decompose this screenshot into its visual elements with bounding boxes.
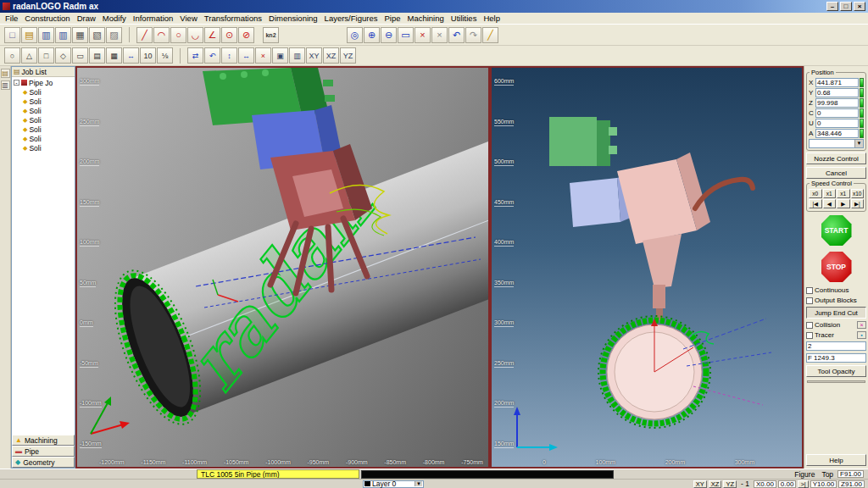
zoom-previous-icon[interactable]: × bbox=[431, 27, 448, 43]
axis-value-field[interactable]: 348.446 bbox=[815, 129, 859, 138]
print-preview-icon[interactable]: ▧ bbox=[89, 27, 105, 43]
tracer-checkbox[interactable] bbox=[806, 332, 813, 339]
zoom-extents-icon[interactable]: × bbox=[415, 27, 431, 43]
axis-value-field[interactable]: 0.68 bbox=[815, 88, 859, 97]
redo-icon[interactable]: ↷ bbox=[465, 27, 481, 43]
report-panel-icon[interactable]: ▥ bbox=[1, 80, 10, 90]
axis-value-field[interactable]: 441.871 bbox=[815, 78, 859, 87]
tracer-checkbox-row[interactable]: Tracer ▪ bbox=[806, 330, 866, 340]
line-tool-icon[interactable]: ╱ bbox=[136, 27, 153, 43]
menu-item[interactable]: Modify bbox=[99, 14, 130, 23]
minimize-button[interactable]: – bbox=[826, 2, 838, 11]
axis-value-field[interactable]: 0 bbox=[815, 108, 859, 118]
arc-lower-tool-icon[interactable]: ◡ bbox=[187, 27, 203, 43]
screen-dump-icon[interactable]: ▨ bbox=[106, 27, 122, 43]
point-tool-icon[interactable]: ⊙ bbox=[221, 27, 237, 43]
jump-end-cut-button[interactable]: Jump End Cut bbox=[806, 307, 866, 319]
tree-solid-row[interactable]: ◆ Soli bbox=[12, 134, 75, 143]
top-view-label[interactable]: Top bbox=[821, 470, 833, 479]
plane-xz-icon[interactable]: XZ bbox=[323, 47, 339, 64]
menu-item[interactable]: Information bbox=[130, 14, 177, 23]
viewport-3d-end-view[interactable]: 600mm550mm500mm450mm400mm350mm300mm250mm… bbox=[490, 66, 804, 469]
nozzle-control-button[interactable]: Nozzle Control bbox=[806, 152, 866, 164]
continuous-checkbox-row[interactable]: Continuous bbox=[806, 286, 866, 295]
dim-10-icon[interactable]: 10 bbox=[140, 47, 156, 64]
new-file-icon[interactable]: □ bbox=[4, 27, 20, 43]
arc-tool-icon[interactable]: ◠ bbox=[153, 27, 170, 43]
print-icon[interactable]: ▦ bbox=[72, 27, 88, 43]
circle-shape-icon[interactable]: ○ bbox=[4, 47, 20, 64]
nc-code-icon[interactable]: kn2 bbox=[263, 27, 279, 43]
undo-icon[interactable]: ↶ bbox=[448, 27, 465, 43]
menu-item[interactable]: Pipe bbox=[381, 14, 403, 23]
plane-button[interactable]: YZ bbox=[723, 480, 737, 488]
circle-tool-icon[interactable]: ○ bbox=[170, 27, 186, 43]
rectangle-shape-icon[interactable]: □ bbox=[38, 47, 54, 64]
collision-checkbox-row[interactable]: Collision × bbox=[806, 320, 866, 330]
diamond-shape-icon[interactable]: ◇ bbox=[55, 47, 71, 64]
save-icon[interactable]: ▥ bbox=[38, 27, 54, 43]
figure-view-label[interactable]: Figure bbox=[794, 470, 815, 479]
mesh-icon[interactable]: ▦ bbox=[106, 47, 122, 64]
mirror-icon[interactable]: ⇄ bbox=[187, 47, 203, 64]
viewport-3d-main[interactable]: radan bbox=[75, 66, 490, 469]
step-forward-button[interactable]: >| bbox=[798, 480, 808, 488]
job-list-panel-icon[interactable]: ▤ bbox=[1, 69, 10, 78]
move-icon[interactable]: ↔ bbox=[238, 47, 254, 64]
tool-opacity-slider[interactable] bbox=[807, 380, 865, 383]
layer-selector[interactable]: Layer 0 ▼ bbox=[363, 480, 424, 488]
menu-item[interactable]: File bbox=[2, 14, 21, 23]
dimension-icon[interactable]: ↔ bbox=[123, 47, 139, 64]
menu-item[interactable]: View bbox=[176, 14, 200, 23]
stop-button[interactable]: STOP bbox=[821, 252, 852, 282]
menu-item[interactable]: Construction bbox=[21, 14, 73, 23]
feed-rate-field[interactable]: F 1249.3 bbox=[806, 353, 866, 363]
rotate-icon[interactable]: ↶ bbox=[204, 47, 220, 64]
angle-tool-icon[interactable]: ∠ bbox=[204, 27, 220, 43]
start-button[interactable]: START bbox=[821, 215, 852, 246]
help-button[interactable]: Help bbox=[806, 454, 866, 466]
zoom-icon[interactable]: ◎ bbox=[347, 27, 363, 43]
menu-item[interactable]: Utilities bbox=[448, 14, 481, 23]
zoom-in-icon[interactable]: ⊕ bbox=[364, 27, 380, 43]
scale-icon[interactable]: ↕ bbox=[221, 47, 237, 64]
step-button[interactable]: ◀ bbox=[823, 199, 837, 208]
axis-selector-combo[interactable]: ▼ bbox=[809, 139, 864, 148]
tree-solid-row[interactable]: ◆ Soli bbox=[12, 97, 75, 106]
triangle-shape-icon[interactable]: △ bbox=[21, 47, 37, 64]
step-button[interactable]: ▶| bbox=[851, 199, 865, 208]
plane-xy-icon[interactable]: XY bbox=[306, 47, 322, 64]
continuous-checkbox[interactable] bbox=[806, 287, 813, 294]
grid-icon[interactable]: ▤ bbox=[89, 47, 105, 64]
speed-option-button[interactable]: x1 bbox=[823, 189, 837, 198]
tree-solid-row[interactable]: ◆ Soli bbox=[12, 106, 75, 115]
fraction-icon[interactable]: ⅛ bbox=[157, 47, 173, 64]
output-blocks-checkbox-row[interactable]: Output Blocks bbox=[806, 296, 866, 305]
tool-opacity-button[interactable]: Tool Opacity bbox=[806, 365, 866, 377]
pipe-tab[interactable]: ▬ Pipe bbox=[12, 446, 75, 457]
collision-checkbox[interactable] bbox=[806, 322, 813, 329]
speed-option-button[interactable]: x1 bbox=[837, 189, 850, 198]
array-icon[interactable]: ▣ bbox=[272, 47, 288, 64]
menu-item[interactable]: Layers/Figures bbox=[321, 14, 381, 23]
plane-button[interactable]: XZ bbox=[709, 480, 722, 488]
delete-icon[interactable]: × bbox=[255, 47, 271, 64]
tree-solid-row[interactable]: ◆ Soli bbox=[12, 87, 75, 97]
tree-solid-row[interactable]: ◆ Soli bbox=[12, 125, 75, 134]
count-field[interactable]: 2 bbox=[806, 341, 866, 351]
maximize-button[interactable]: □ bbox=[840, 2, 852, 11]
tree-root-row[interactable]: - Pipe Jo bbox=[12, 78, 75, 87]
slot-shape-icon[interactable]: ▭ bbox=[72, 47, 88, 64]
collision-indicator-icon[interactable]: × bbox=[857, 321, 866, 329]
save-all-icon[interactable]: ▥ bbox=[55, 27, 71, 43]
no-cut-icon[interactable]: ⊘ bbox=[238, 27, 254, 43]
edit-pencil-icon[interactable]: ╱ bbox=[482, 27, 498, 43]
speed-option-button[interactable]: x10 bbox=[851, 189, 865, 198]
zoom-out-icon[interactable]: ⊖ bbox=[381, 27, 397, 43]
tree-solid-row[interactable]: ◆ Soli bbox=[12, 143, 75, 152]
menu-item[interactable]: Machining bbox=[403, 14, 447, 23]
chevron-down-icon[interactable]: ▼ bbox=[854, 140, 863, 147]
machining-tab[interactable]: ▲ Machining bbox=[12, 435, 75, 446]
close-button[interactable]: × bbox=[854, 2, 865, 11]
zoom-window-icon[interactable]: ▭ bbox=[398, 27, 414, 43]
